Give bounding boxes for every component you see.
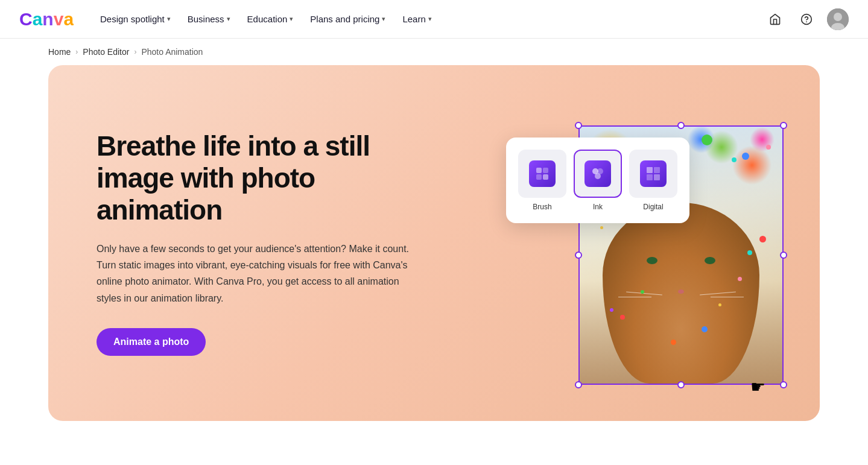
svg-text:Canva: Canva	[19, 9, 74, 29]
svg-point-12	[595, 173, 601, 179]
handle-bottom-right[interactable]	[780, 381, 787, 388]
breadcrumb-separator: ›	[75, 48, 78, 56]
svg-rect-16	[654, 174, 660, 180]
hero-title: Breathe life into a still image with pho…	[97, 130, 410, 226]
nav-learn[interactable]: Learn ▾	[395, 9, 439, 29]
nav-plans-pricing[interactable]: Plans and pricing ▾	[303, 9, 393, 29]
nav-education[interactable]: Education ▾	[240, 9, 301, 29]
style-thumb-ink	[574, 150, 622, 198]
nav-design-spotlight[interactable]: Design spotlight ▾	[93, 9, 178, 29]
style-label-ink: Ink	[593, 203, 603, 211]
svg-point-4	[834, 13, 842, 21]
hero-left: Breathe life into a still image with pho…	[97, 130, 410, 355]
hero-right: Brush Ink	[506, 101, 771, 385]
chevron-down-icon: ▾	[167, 15, 171, 23]
navbar-right	[764, 8, 849, 30]
svg-rect-13	[647, 167, 653, 173]
chevron-down-icon: ▾	[227, 15, 230, 23]
animate-photo-button[interactable]: Animate a photo	[97, 328, 206, 356]
hero-section: Breathe life into a still image with pho…	[48, 65, 820, 421]
handle-bottom-middle[interactable]	[677, 381, 685, 388]
handle-bottom-left[interactable]	[575, 381, 582, 388]
svg-rect-9	[543, 174, 548, 180]
svg-rect-15	[647, 174, 653, 180]
breadcrumb: Home › Photo Editor › Photo Animation	[0, 39, 868, 65]
style-label-brush: Brush	[533, 203, 551, 211]
digital-style-icon	[640, 160, 667, 187]
hero-description: Only have a few seconds to get your audi…	[97, 241, 410, 306]
navbar: Canva Design spotlight ▾ Business ▾ Educ…	[0, 0, 868, 39]
svg-rect-14	[654, 167, 660, 173]
handle-middle-right[interactable]	[780, 251, 787, 259]
style-thumb-digital	[629, 150, 677, 198]
style-option-ink[interactable]: Ink	[574, 150, 622, 211]
style-option-brush[interactable]: Brush	[518, 150, 566, 211]
nav-business[interactable]: Business ▾	[180, 9, 238, 29]
ink-style-icon	[584, 160, 611, 187]
svg-rect-8	[536, 174, 542, 180]
breadcrumb-home[interactable]: Home	[48, 47, 71, 57]
style-label-digital: Digital	[643, 203, 663, 211]
handle-top-left[interactable]	[575, 122, 582, 129]
svg-rect-6	[536, 168, 542, 173]
brush-style-icon	[529, 160, 556, 187]
nav-items: Design spotlight ▾ Business ▾ Education …	[93, 9, 439, 29]
style-panel: Brush Ink	[506, 138, 689, 223]
navbar-left: Canva Design spotlight ▾ Business ▾ Educ…	[19, 8, 439, 30]
breadcrumb-photo-editor[interactable]: Photo Editor	[83, 47, 129, 57]
canva-logo[interactable]: Canva	[19, 8, 74, 30]
chevron-down-icon: ▾	[382, 15, 385, 23]
handle-middle-left[interactable]	[575, 251, 582, 259]
avatar[interactable]	[827, 8, 849, 30]
style-thumb-brush	[518, 150, 566, 198]
breadcrumb-separator: ›	[134, 48, 136, 56]
cursor-hand-icon: ☛	[750, 377, 765, 397]
handle-top-middle[interactable]	[677, 122, 685, 129]
breadcrumb-current: Photo Animation	[141, 47, 203, 57]
chevron-down-icon: ▾	[428, 15, 432, 23]
home-icon-button[interactable]	[764, 8, 786, 30]
style-option-digital[interactable]: Digital	[629, 150, 677, 211]
svg-rect-7	[543, 168, 548, 173]
chevron-down-icon: ▾	[290, 15, 293, 23]
handle-top-right[interactable]	[780, 122, 787, 129]
help-icon-button[interactable]	[796, 8, 817, 30]
